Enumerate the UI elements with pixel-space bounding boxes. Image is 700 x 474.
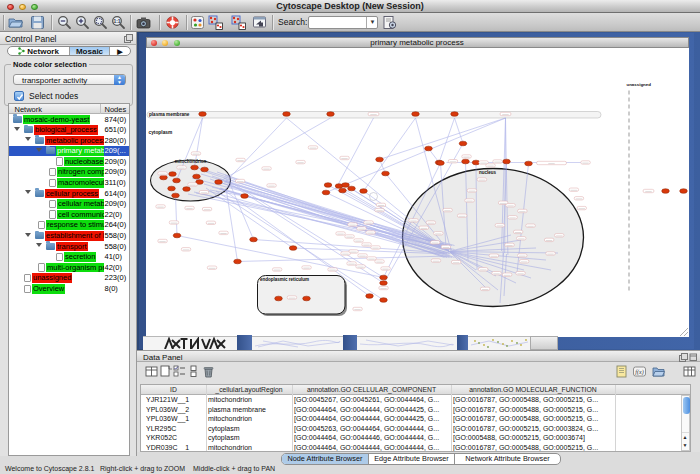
svg-text:unassigned: unassigned	[626, 81, 651, 86]
svg-text:mitochondrion: mitochondrion	[174, 159, 206, 164]
svg-text:plasma membrane: plasma membrane	[149, 112, 190, 117]
svg-text:cytoplasm: cytoplasm	[148, 129, 172, 134]
svg-text:1:1: 1:1	[113, 18, 120, 24]
svg-text:endoplasmic reticulum: endoplasmic reticulum	[260, 276, 309, 281]
svg-text:f(x): f(x)	[635, 369, 643, 376]
svg-text:nucleus: nucleus	[478, 169, 496, 174]
